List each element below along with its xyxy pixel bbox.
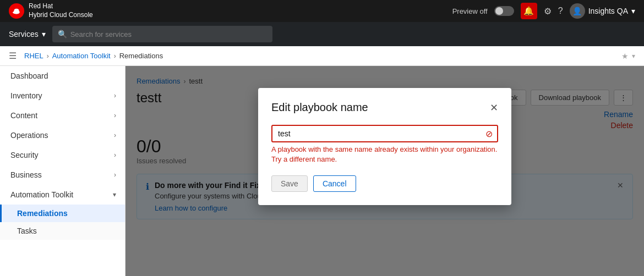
modal-footer: Save Cancel — [271, 175, 498, 192]
top-nav: Red Hat Hybrid Cloud Console Preview off… — [0, 0, 644, 22]
sidebar-item-automation-toolkit[interactable]: Automation Toolkit ▾ — [0, 185, 125, 205]
error-icon: ⊘ — [485, 129, 493, 139]
svg-point-1 — [14, 9, 19, 12]
sidebar-item-operations-label: Operations — [10, 131, 48, 140]
main-layout: Dashboard Inventory › Content › Operatio… — [0, 66, 644, 276]
sidebar-item-business-label: Business — [10, 170, 42, 179]
modal-overlay: Edit playbook name ✕ ⊘ A playbook with t… — [125, 66, 644, 276]
sidebar-item-dashboard-label: Dashboard — [10, 71, 48, 80]
preview-toggle[interactable] — [494, 6, 514, 16]
breadcrumb-rhel[interactable]: RHEL — [24, 52, 43, 60]
security-chevron-icon: › — [114, 151, 116, 159]
error-message: A playbook with the same name already ex… — [271, 145, 498, 164]
hamburger-icon[interactable]: ☰ — [9, 51, 17, 61]
business-chevron-icon: › — [114, 171, 116, 179]
edit-playbook-modal: Edit playbook name ✕ ⊘ A playbook with t… — [258, 88, 511, 205]
sidebar-item-security-label: Security — [10, 151, 39, 159]
sidebar-item-automation-toolkit-label: Automation Toolkit — [10, 190, 73, 199]
cancel-button[interactable]: Cancel — [313, 175, 356, 192]
top-nav-right: Preview off 🔔 ⚙ ? 👤 Insights QA ▾ — [452, 3, 635, 19]
services-label: Services — [9, 30, 39, 38]
breadcrumb-current: Remediations — [119, 52, 163, 60]
content-area: Remediations › testt testt Execute playb… — [125, 66, 644, 276]
sidebar-item-content-label: Content — [10, 111, 37, 120]
sidebar-sub-item-tasks-label: Tasks — [17, 227, 37, 235]
content-chevron-icon: › — [114, 112, 116, 119]
sidebar-sub-item-remediations[interactable]: Remediations — [0, 205, 125, 222]
sidebar-sub-item-tasks[interactable]: Tasks — [0, 222, 125, 240]
sidebar-item-security[interactable]: Security › — [0, 145, 125, 165]
modal-close-button[interactable]: ✕ — [490, 102, 498, 114]
favorite-star-icon[interactable]: ★ — [621, 52, 629, 60]
user-menu[interactable]: 👤 Insights QA ▾ — [570, 3, 635, 19]
sidebar-item-operations[interactable]: Operations › — [0, 125, 125, 145]
breadcrumb-sep-1: › — [47, 52, 49, 60]
app-title: Red Hat Hybrid Cloud Console — [29, 2, 93, 19]
operations-chevron-icon: › — [114, 131, 116, 139]
sidebar-sub-item-remediations-label: Remediations — [17, 209, 68, 218]
search-box[interactable]: 🔍 — [52, 26, 272, 42]
settings-icon[interactable]: ⚙ — [544, 6, 552, 16]
app-logo: Red Hat Hybrid Cloud Console — [9, 2, 93, 19]
modal-title: Edit playbook name — [271, 101, 368, 114]
breadcrumb-chevron-icon[interactable]: ▾ — [632, 52, 635, 60]
sidebar-item-dashboard[interactable]: Dashboard — [0, 66, 125, 86]
redhat-logo-icon — [9, 3, 24, 19]
save-button[interactable]: Save — [271, 175, 308, 192]
automation-chevron-icon: ▾ — [113, 191, 116, 198]
services-chevron-icon: ▾ — [42, 30, 46, 38]
inventory-chevron-icon: › — [114, 92, 116, 100]
sidebar-item-content[interactable]: Content › — [0, 106, 125, 125]
input-wrapper: ⊘ — [271, 125, 498, 142]
sidebar-item-business[interactable]: Business › — [0, 165, 125, 185]
playbook-name-input[interactable] — [271, 125, 498, 142]
services-menu-button[interactable]: Services ▾ — [9, 30, 46, 38]
sidebar-item-inventory-label: Inventory — [10, 91, 42, 100]
playbook-name-field: ⊘ A playbook with the same name already … — [271, 125, 498, 164]
notifications-bell[interactable]: 🔔 — [521, 3, 537, 19]
services-bar: Services ▾ 🔍 — [0, 22, 644, 46]
sidebar: Dashboard Inventory › Content › Operatio… — [0, 66, 125, 276]
breadcrumb-automation-toolkit[interactable]: Automation Toolkit — [52, 52, 111, 60]
breadcrumb-bar: ☰ RHEL › Automation Toolkit › Remediatio… — [0, 46, 644, 66]
avatar: 👤 — [570, 3, 585, 19]
search-input[interactable] — [70, 30, 267, 38]
search-icon: 🔍 — [58, 30, 67, 38]
modal-header: Edit playbook name ✕ — [271, 101, 498, 114]
help-icon[interactable]: ? — [558, 6, 563, 16]
user-name: Insights QA — [588, 7, 628, 15]
preview-label: Preview off — [452, 7, 488, 15]
user-chevron-icon: ▾ — [631, 7, 635, 15]
breadcrumb-sep-2: › — [114, 52, 116, 60]
sidebar-item-inventory[interactable]: Inventory › — [0, 86, 125, 106]
